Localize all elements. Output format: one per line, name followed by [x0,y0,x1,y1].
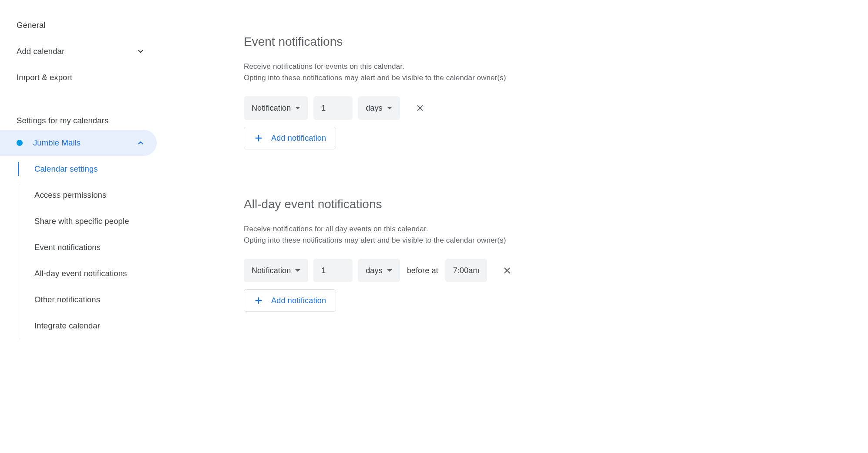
settings-sidebar: General Add calendar Import & export Set… [0,0,157,453]
caret-down-icon [387,107,392,109]
desc-line: Receive notifications for all day events… [244,225,428,233]
sub-item-label: Other notifications [34,295,100,304]
plus-icon [254,133,263,143]
calendar-sub-nav: Calendar settings Access permissions Sha… [0,156,157,339]
sub-item-other-notifications[interactable]: Other notifications [18,287,157,313]
desc-line: Receive notifications for events on this… [244,62,404,71]
dropdown-value: days [366,104,382,113]
calendar-name-label: Jumble Mails [33,138,137,148]
remove-notification-button[interactable] [498,261,517,280]
add-button-label: Add notification [271,296,326,305]
close-icon [502,266,512,275]
sub-item-label: Calendar settings [34,164,98,174]
chevron-up-icon [137,139,145,147]
notification-type-dropdown[interactable]: Notification [244,259,308,282]
nav-label: Import & export [17,73,72,82]
section-title: Event notifications [244,35,548,49]
remove-notification-button[interactable] [410,98,430,118]
notification-value-input[interactable] [313,259,353,282]
desc-line: Opting into these notifications may aler… [244,74,506,82]
sub-item-event-notifications[interactable]: Event notifications [18,234,157,260]
section-header-my-calendars: Settings for my calendars [0,91,157,130]
sub-item-label: Access permissions [34,190,106,200]
dropdown-value: Notification [252,266,291,275]
plus-icon [254,296,263,305]
sub-item-share-specific-people[interactable]: Share with specific people [18,208,157,234]
close-icon [415,103,425,113]
calendar-item-jumble-mails[interactable]: Jumble Mails [0,130,157,156]
desc-line: Opting into these notifications may aler… [244,236,506,244]
section-description: Receive notifications for all day events… [244,223,548,246]
add-button-label: Add notification [271,134,326,143]
sub-item-label: All-day event notifications [34,269,127,278]
add-notification-button[interactable]: Add notification [244,127,336,149]
section-title: All-day event notifications [244,197,548,211]
notification-row: Notification days [244,96,548,120]
nav-label: General [17,20,46,30]
sub-item-label: Event notifications [34,243,101,252]
sub-item-integrate-calendar[interactable]: Integrate calendar [18,313,157,339]
caret-down-icon [295,107,300,109]
nav-label: Add calendar [17,47,64,56]
section-description: Receive notifications for events on this… [244,61,548,83]
before-at-label: before at [405,266,440,275]
top-nav: General Add calendar Import & export [0,12,157,91]
caret-down-icon [295,269,300,272]
dropdown-value: Notification [252,104,291,113]
sub-item-allday-event-notifications[interactable]: All-day event notifications [18,260,157,287]
notification-value-input[interactable] [313,96,353,120]
add-notification-button[interactable]: Add notification [244,289,336,312]
sub-item-label: Share with specific people [34,216,129,226]
notification-time-picker[interactable]: 7:00am [445,259,488,282]
section-allday-event-notifications: All-day event notifications Receive noti… [244,197,548,312]
sub-item-label: Integrate calendar [34,321,100,331]
nav-import-export[interactable]: Import & export [17,64,157,91]
notification-unit-dropdown[interactable]: days [358,96,400,120]
section-event-notifications: Event notifications Receive notification… [244,35,548,149]
sub-item-access-permissions[interactable]: Access permissions [18,182,157,208]
nav-add-calendar[interactable]: Add calendar [17,38,157,64]
dropdown-value: days [366,266,382,275]
notification-row: Notification days before at 7:00am [244,259,548,282]
nav-general[interactable]: General [17,12,157,38]
main-content: Event notifications Receive notification… [157,0,868,453]
notification-unit-dropdown[interactable]: days [358,259,400,282]
caret-down-icon [387,269,392,272]
notification-type-dropdown[interactable]: Notification [244,96,308,120]
time-value: 7:00am [453,266,480,275]
sub-item-calendar-settings[interactable]: Calendar settings [18,156,157,182]
chevron-down-icon [137,47,145,55]
calendar-color-dot [17,140,23,146]
